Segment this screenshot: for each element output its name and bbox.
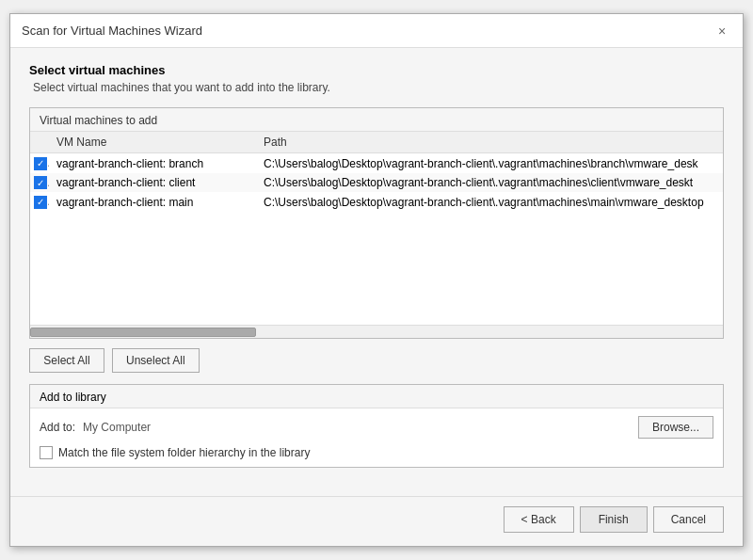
empty-space	[30, 212, 723, 325]
browse-button[interactable]: Browse...	[638, 416, 713, 439]
horizontal-scrollbar[interactable]	[30, 325, 723, 338]
add-library-title: Add to library	[30, 385, 723, 408]
row-checkbox-cell: ✓	[30, 153, 49, 173]
row-checkbox-cell: ✓	[30, 192, 49, 212]
row-path: C:\Users\balog\Desktop\vagrant-branch-cl…	[256, 153, 723, 173]
match-hierarchy-label: Match the file system folder hierarchy i…	[58, 446, 310, 459]
match-hierarchy-checkbox[interactable]	[40, 446, 53, 459]
row-checkbox[interactable]: ✓	[34, 157, 47, 170]
table-row: ✓vagrant-branch-client: clientC:\Users\b…	[30, 173, 723, 193]
vm-table: VM Name Path ✓vagrant-branch-client: bra…	[30, 132, 723, 212]
col-vm-name: VM Name	[49, 132, 256, 153]
table-row: ✓vagrant-branch-client: branchC:\Users\b…	[30, 153, 723, 173]
col-checkbox	[30, 132, 49, 153]
scrollbar-thumb	[30, 328, 256, 337]
add-to-row: Add to: My Computer Browse...	[40, 416, 713, 439]
add-library-content: Add to: My Computer Browse... Match the …	[30, 408, 723, 467]
vm-group-box: Virtual machines to add VM Name Path ✓va…	[29, 107, 724, 339]
vm-table-container: VM Name Path ✓vagrant-branch-client: bra…	[30, 132, 723, 338]
row-checkbox[interactable]: ✓	[34, 176, 47, 189]
row-checkbox[interactable]: ✓	[34, 196, 47, 209]
close-button[interactable]: ×	[713, 22, 731, 40]
title-bar: Scan for Virtual Machines Wizard ×	[10, 14, 743, 48]
table-row: ✓vagrant-branch-client: mainC:\Users\bal…	[30, 192, 723, 212]
finish-button[interactable]: Finish	[580, 506, 648, 533]
row-vm-name: vagrant-branch-client: client	[49, 173, 256, 193]
add-to-label: Add to:	[40, 421, 75, 434]
row-vm-name: vagrant-branch-client: main	[49, 192, 256, 212]
row-checkbox-cell: ✓	[30, 173, 49, 193]
section-title: Select virtual machines	[29, 63, 724, 77]
dialog: Scan for Virtual Machines Wizard × Selec…	[9, 13, 744, 547]
add-library-group-box: Add to library Add to: My Computer Brows…	[29, 384, 724, 468]
vm-group-title: Virtual machines to add	[30, 108, 723, 132]
row-path: C:\Users\balog\Desktop\vagrant-branch-cl…	[256, 192, 723, 212]
col-path: Path	[256, 132, 723, 153]
back-button[interactable]: < Back	[504, 506, 574, 533]
section-subtitle: Select virtual machines that you want to…	[29, 81, 724, 94]
cancel-button[interactable]: Cancel	[653, 506, 724, 533]
selection-buttons-row: Select All Unselect All	[29, 348, 724, 373]
add-to-value: My Computer	[83, 421, 638, 434]
dialog-footer: < Back Finish Cancel	[10, 496, 743, 546]
table-header-row: VM Name Path	[30, 132, 723, 153]
dialog-title: Scan for Virtual Machines Wizard	[22, 24, 202, 38]
row-path: C:\Users\balog\Desktop\vagrant-branch-cl…	[256, 173, 723, 193]
main-content: Select virtual machines Select virtual m…	[10, 48, 743, 496]
row-vm-name: vagrant-branch-client: branch	[49, 153, 256, 173]
match-hierarchy-row: Match the file system folder hierarchy i…	[40, 446, 713, 459]
select-all-button[interactable]: Select All	[29, 348, 104, 373]
unselect-all-button[interactable]: Unselect All	[112, 348, 200, 373]
